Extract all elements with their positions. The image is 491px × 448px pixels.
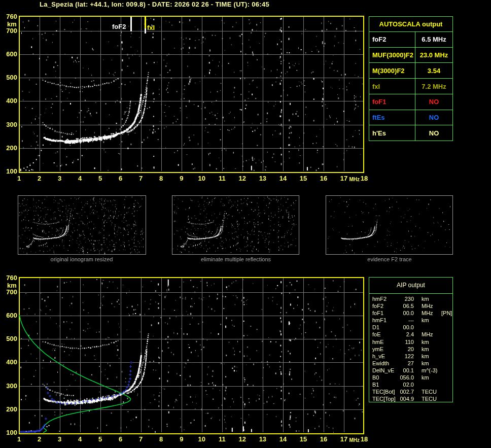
aip-row: foF100.0MHz[PN] [369, 309, 452, 317]
aip-note [439, 367, 452, 374]
aip-value: --- [399, 317, 414, 324]
aip-value: 2.4 [399, 331, 414, 338]
aip-note [439, 374, 452, 381]
aip-note [439, 338, 452, 346]
aip-value: 06.5 [399, 302, 414, 309]
autoscala-row-label: h'Es [369, 125, 415, 141]
aip-row: TEC[Bot]002.7TECU [369, 388, 452, 395]
thumbnail-caption-original: original ionogram resized [18, 256, 146, 262]
aip-label: B1 [369, 381, 399, 388]
aip-unit: km [414, 353, 439, 360]
aip-note [439, 331, 452, 338]
aip-unit: TECU [414, 395, 439, 402]
aip-note [439, 353, 452, 360]
autoscala-row: M(3000)F23.54 [369, 63, 452, 79]
autoscala-row-value: NO [415, 110, 452, 125]
aip-panel: AIP output hmF2230kmfoF206.5MHzfoF100.0M… [369, 277, 453, 402]
aip-value: 122 [399, 353, 414, 360]
aip-row: DelN_vE00.1m^(-3) [369, 367, 452, 374]
aip-label: B0 [369, 374, 399, 381]
aip-unit: MHz [414, 302, 439, 309]
aip-unit: km [414, 360, 439, 367]
aip-table-rows: hmF2230kmfoF206.5MHzfoF100.0MHz[PN]hmF1-… [369, 294, 452, 402]
aip-note [439, 395, 452, 402]
aip-row: D100.0 [369, 324, 452, 331]
autoscala-row: MUF(3000)F223.0 MHz [369, 48, 452, 63]
thumbnail-caption-multiple-reflections: eliminate multiple reflections [172, 256, 300, 262]
aip-row: hmF2230km [369, 295, 452, 302]
aip-value: 02.0 [399, 381, 414, 388]
aip-unit: MHz [414, 331, 439, 338]
aip-note [439, 360, 452, 367]
aip-value: 00.0 [399, 324, 414, 331]
aip-label: h_vE [369, 353, 399, 360]
aip-label: D1 [369, 324, 399, 331]
autoscala-row-label: foF1 [369, 94, 415, 110]
aip-value: 00.1 [399, 367, 414, 374]
autoscala-row-label: fxI [369, 79, 415, 94]
aip-row: h_vE122km [369, 353, 452, 360]
fof2-marker-label: foF2 [112, 23, 126, 30]
autoscala-row: foF26.5 MHz [369, 32, 452, 48]
aip-unit: m^(-3) [414, 367, 439, 374]
autoscala-row: h'EsNO [369, 125, 452, 141]
aip-row: TEC[Top]004.9TECU [369, 395, 452, 402]
autoscala-row-value: 7.2 MHz [415, 79, 452, 94]
aip-value: 002.7 [399, 388, 414, 395]
autoscala-row-value: NO [415, 125, 452, 141]
aip-row: hmE110km [369, 338, 452, 346]
aip-label: hmE [369, 338, 399, 346]
aip-value: 20 [399, 346, 414, 353]
aip-note [439, 346, 452, 353]
autoscala-row-label: foF2 [369, 32, 415, 47]
aip-unit [414, 324, 439, 331]
aip-unit [414, 381, 439, 388]
aip-value: 00.0 [399, 309, 414, 317]
aip-label: foE [369, 331, 399, 338]
aip-note [439, 324, 452, 331]
aip-label: DelN_vE [369, 367, 399, 374]
autoscala-row-value: NO [415, 94, 452, 110]
autoscala-row-value: 6.5 MHz [415, 32, 452, 47]
thumbnail-caption-f2-trace: evidence F2 trace [326, 256, 453, 262]
aip-row: foF206.5MHz [369, 302, 452, 309]
autoscala-row-label: ftEs [369, 110, 415, 125]
aip-label: foF1 [369, 309, 399, 317]
aip-unit: km [414, 338, 439, 346]
aip-label: foF2 [369, 302, 399, 309]
aip-value: 004.9 [399, 395, 414, 402]
aip-value: 27 [399, 360, 414, 367]
autoscala-panel-title: AUTOSCALA output [369, 17, 452, 32]
aip-unit: TECU [414, 388, 439, 395]
autoscala-row-label: M(3000)F2 [369, 63, 415, 78]
aip-value: 230 [399, 295, 414, 302]
autoscala-row-value: 23.0 MHz [415, 48, 452, 63]
aip-row: B0056.0km [369, 374, 452, 381]
fxi-marker-label: fxI [147, 24, 155, 31]
aip-label: Ewidth [369, 360, 399, 367]
autoscala-table-rows: foF26.5 MHzMUF(3000)F223.0 MHzM(3000)F23… [369, 32, 452, 141]
autoscala-row: foF1NO [369, 94, 452, 110]
autoscala-panel: AUTOSCALA output foF26.5 MHzMUF(3000)F22… [369, 16, 453, 141]
aip-unit: km [414, 374, 439, 381]
aip-label: hmF1 [369, 317, 399, 324]
aip-row: Ewidth27km [369, 360, 452, 367]
aip-label: hmF2 [369, 295, 399, 302]
aip-label: ymE [369, 346, 399, 353]
aip-row: ymE20km [369, 346, 452, 353]
autoscala-row-label: MUF(3000)F2 [369, 48, 415, 63]
aip-label: TEC[Top] [369, 395, 399, 402]
aip-value: 110 [399, 338, 414, 346]
aip-row: foE2.4MHz [369, 331, 452, 338]
autoscala-row: ftEsNO [369, 110, 452, 126]
aip-note [439, 388, 452, 395]
aip-panel-title: AIP output [369, 278, 452, 294]
autoscala-row: fxI7.2 MHz [369, 79, 452, 94]
autoscala-row-value: 3.54 [415, 63, 452, 78]
aip-note: [PN] [439, 309, 452, 317]
aip-note [439, 381, 452, 388]
aip-unit: km [414, 317, 439, 324]
aip-note [439, 302, 452, 309]
page-title: La_Spezia (lat: +44.1, lon: 009.8) - DAT… [40, 1, 269, 8]
aip-label: TEC[Bot] [369, 388, 399, 395]
